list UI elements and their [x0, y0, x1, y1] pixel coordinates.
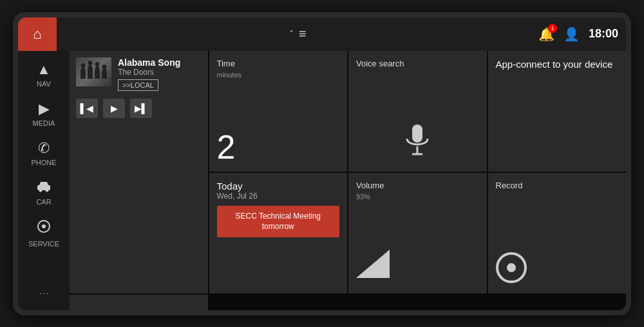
service-icon [36, 219, 52, 238]
time-tile[interactable]: Time minutes 2 [209, 51, 348, 172]
local-button[interactable]: >>LOCAL [118, 79, 158, 91]
device-shell: ⌂ ˅ ≡ 🔔 1 👤 18:00 ▲ NAV [13, 12, 631, 315]
sidebar-item-nav[interactable]: ▲ NAV [21, 56, 66, 93]
voice-label: Voice search [356, 59, 479, 68]
event-bar[interactable]: SECC Technical Meeting tomorrow [217, 206, 340, 238]
volume-tile[interactable]: Volume 93% [348, 173, 487, 293]
time-value: 2 [217, 130, 340, 164]
user-icon[interactable]: 👤 [564, 26, 580, 42]
album-art [76, 57, 111, 86]
header-bar: ⌂ ˅ ≡ 🔔 1 👤 18:00 [18, 17, 626, 51]
next-button[interactable]: ▶▌ [130, 99, 152, 118]
nav-label: NAV [37, 80, 51, 88]
today-tile[interactable]: Today Wed, Jul 26 SECC Technical Meeting… [209, 173, 348, 293]
nav-icon: ▲ [37, 61, 51, 78]
sidebar-item-service[interactable]: SERVICE [21, 213, 66, 253]
svg-marker-9 [356, 250, 390, 278]
header-right: 🔔 1 👤 18:00 [538, 26, 618, 42]
more-button[interactable]: ··· [39, 286, 48, 305]
play-button[interactable]: ▶ [103, 99, 125, 118]
time-label: Time [217, 59, 340, 68]
home-icon: ⌂ [33, 26, 41, 43]
music-info: Alabama Song The Doors >>LOCAL [76, 57, 202, 91]
media-icon: ▶ [39, 101, 50, 117]
sidebar-item-media[interactable]: ▶ MEDIA [21, 95, 66, 132]
home-button[interactable]: ⌂ [18, 17, 57, 51]
menu-icon[interactable]: ≡ [299, 26, 307, 41]
volume-triangle-icon [356, 250, 479, 281]
song-artist: The Doors [118, 68, 202, 77]
sidebar-item-phone[interactable]: ✆ PHONE [21, 135, 66, 172]
media-controls: ▌◀ ▶ ▶▌ [76, 99, 202, 118]
today-label: Today [217, 181, 340, 192]
song-title: Alabama Song [118, 57, 202, 68]
media-label: MEDIA [33, 119, 55, 127]
svg-point-3 [46, 188, 49, 192]
phone-icon: ✆ [38, 140, 50, 157]
grid-area: Alabama Song The Doors >>LOCAL ▌◀ ▶ ▶▌ T… [70, 51, 626, 310]
svg-rect-6 [412, 124, 422, 143]
chevron-icon: ˅ [289, 29, 294, 39]
car-label: CAR [36, 198, 51, 206]
prev-button[interactable]: ▌◀ [76, 99, 98, 118]
record-tile[interactable]: Record [488, 173, 627, 293]
sidebar-item-car[interactable]: CAR [21, 174, 66, 211]
record-dot [507, 263, 516, 272]
service-label: SERVICE [28, 240, 59, 248]
main-content: ▲ NAV ▶ MEDIA ✆ PHONE [18, 51, 626, 310]
app-connect-text: App-connect to your device [496, 59, 619, 70]
today-date: Wed, Jul 26 [217, 192, 340, 201]
music-tile[interactable]: Alabama Song The Doors >>LOCAL ▌◀ ▶ ▶▌ [70, 51, 208, 293]
svg-point-5 [42, 224, 46, 228]
empty-tile-4 [70, 295, 208, 310]
record-label: Record [496, 181, 619, 190]
app-connect-tile[interactable]: App-connect to your device [488, 51, 627, 172]
car-icon [36, 179, 52, 196]
svg-marker-1 [39, 182, 48, 185]
notification-badge: 1 [548, 24, 557, 33]
clock: 18:00 [589, 27, 618, 41]
sidebar: ▲ NAV ▶ MEDIA ✆ PHONE [18, 51, 70, 310]
header-center: ˅ ≡ [57, 26, 538, 41]
screen: ⌂ ˅ ≡ 🔔 1 👤 18:00 ▲ NAV [18, 17, 626, 310]
record-icon [496, 252, 527, 283]
volume-percent: 93% [356, 193, 479, 201]
volume-label: Volume [356, 181, 479, 190]
phone-label: PHONE [31, 159, 56, 166]
notification-bell[interactable]: 🔔 1 [538, 26, 554, 42]
time-sub: minutes [217, 71, 340, 79]
song-details: Alabama Song The Doors >>LOCAL [118, 57, 202, 91]
voice-tile[interactable]: Voice search [348, 51, 487, 172]
microphone-icon [356, 123, 479, 164]
svg-point-2 [39, 188, 43, 192]
